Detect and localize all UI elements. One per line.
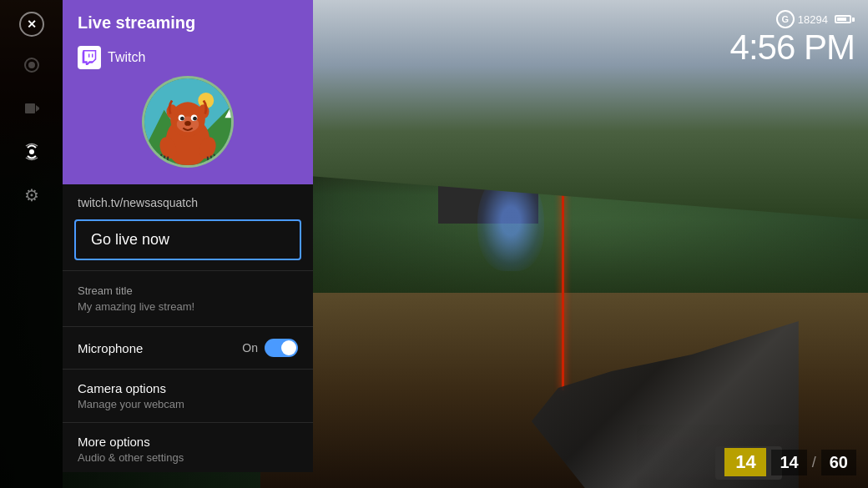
- score-value: 18294: [798, 13, 828, 26]
- ammo-hud: 14 14 / 60: [724, 448, 856, 476]
- svg-point-18: [193, 117, 197, 121]
- svg-point-4: [29, 149, 34, 154]
- svg-point-13: [198, 104, 209, 118]
- svg-point-17: [180, 117, 184, 121]
- avatar-container: [78, 76, 298, 168]
- left-sidebar: ✕ ⚙: [0, 0, 63, 488]
- svg-marker-3: [36, 105, 39, 112]
- sidebar-stream-icon[interactable]: [17, 137, 47, 167]
- sidebar-capture-icon[interactable]: [17, 50, 47, 80]
- battery-tip: [852, 18, 855, 22]
- sidebar-record-icon[interactable]: [17, 93, 47, 123]
- svg-line-27: [208, 157, 209, 163]
- more-options-title: More options: [78, 435, 298, 449]
- svg-point-1: [28, 62, 35, 68]
- live-streaming-panel: Live streaming Twitch: [63, 0, 313, 472]
- microphone-toggle[interactable]: [265, 339, 298, 357]
- battery-fill: [837, 18, 846, 21]
- panel-header: Live streaming Twitch: [63, 0, 313, 184]
- gear-icon: ⚙: [24, 185, 39, 205]
- hud-top-right: G 18294 4:56 PM: [730, 10, 855, 65]
- svg-line-24: [167, 157, 168, 163]
- svg-point-19: [184, 121, 191, 126]
- panel-title: Live streaming: [78, 13, 195, 33]
- battery-icon: [835, 15, 855, 23]
- xbox-logo: ✕: [19, 12, 44, 37]
- divider-2: [63, 326, 313, 327]
- red-accent: [562, 98, 564, 390]
- divider-3: [63, 369, 313, 370]
- sidebar-settings-icon[interactable]: ⚙: [17, 180, 47, 210]
- more-options-row[interactable]: More options Audio & other settings: [63, 426, 313, 472]
- time-display: 4:56 PM: [730, 30, 855, 65]
- microphone-controls: On: [242, 339, 298, 357]
- avatar: [142, 76, 234, 168]
- panel-header-top: Live streaming: [78, 13, 298, 33]
- go-live-button[interactable]: Go live now: [74, 219, 301, 260]
- microphone-status: On: [242, 341, 258, 355]
- ammo-secondary: 14: [771, 450, 806, 475]
- panel-body: twitch.tv/newsasquatch Go live now Strea…: [63, 184, 313, 472]
- ammo-reserve: 60: [821, 450, 856, 475]
- stream-title-section: Stream title My amazing live stream!: [63, 274, 313, 323]
- svg-rect-2: [25, 103, 35, 113]
- username-row: twitch.tv/newsasquatch: [63, 184, 313, 216]
- camera-options-title: Camera options: [78, 381, 298, 395]
- score-badge: G 18294: [776, 10, 828, 28]
- divider-1: [63, 270, 313, 271]
- svg-point-12: [166, 104, 177, 118]
- microphone-row[interactable]: Microphone On: [63, 330, 313, 365]
- stream-title-value: My amazing live stream!: [78, 300, 298, 313]
- platform-name: Twitch: [108, 50, 145, 65]
- gamerscore-icon: G: [776, 10, 795, 28]
- camera-options-subtitle: Manage your webcam: [78, 398, 298, 410]
- battery-body: [835, 15, 851, 23]
- xbox-icon: ✕: [27, 18, 37, 31]
- username-text: twitch.tv/newsasquatch: [78, 196, 198, 209]
- twitch-row: Twitch: [78, 46, 298, 69]
- twitch-logo: [78, 46, 101, 69]
- microphone-label: Microphone: [78, 341, 143, 355]
- more-options-subtitle: Audio & other settings: [78, 451, 298, 464]
- enemy-creature: [477, 171, 544, 271]
- ammo-primary: 14: [724, 448, 766, 476]
- ammo-divider: /: [812, 454, 816, 471]
- camera-options-row[interactable]: Camera options Manage your webcam: [63, 373, 313, 419]
- divider-4: [63, 422, 313, 423]
- toggle-knob: [281, 340, 296, 355]
- stream-title-label: Stream title: [78, 284, 298, 297]
